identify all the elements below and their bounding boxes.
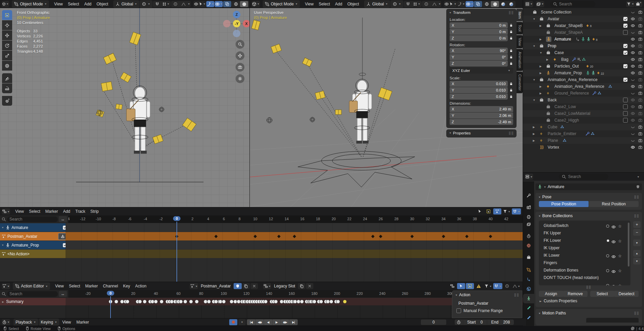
location-z-field[interactable]: Z0 m [450,35,508,41]
keyframe[interactable] [143,300,147,304]
expand-arrow-icon[interactable]: ▶ [2,300,4,303]
eye-open-icon[interactable] [630,57,635,62]
camera-visibility-icon[interactable] [638,37,643,42]
expand-arrow-icon[interactable]: ▶ [540,24,542,27]
action-name-field[interactable]: Postman_Avatar [199,282,233,290]
move-down-button[interactable]: ▼ [633,258,641,264]
chevron-down-icon[interactable]: ▼ [538,196,541,198]
dope-cursor-tool-icon[interactable] [457,283,465,289]
properties-breadcrumb[interactable]: ▼ Armature [535,183,642,190]
viewport-front-xray-toggle[interactable] [223,1,231,7]
lock-icon[interactable] [509,30,513,34]
nla-channel[interactable]: <No Action> [0,250,68,258]
sidebar-tab-view[interactable]: View [517,35,523,49]
unlink-action-button[interactable] [251,283,258,289]
properties-tab-bone[interactable] [523,303,534,313]
outliner-row[interactable]: Case2_Low [523,103,644,110]
expand-channels-icon[interactable]: ↔ [59,291,67,297]
expand-arrow-icon[interactable]: ▶ [540,38,542,41]
proportional-falloff-icon[interactable] [430,1,438,7]
dimensions-x-field[interactable]: X2.49 m [450,106,513,112]
eye-closed-icon[interactable] [630,125,635,129]
drag-handle-icon[interactable]: ⣿⣿ [634,195,639,199]
viewport-front-snap-target-dropdown[interactable]: ▼ [161,1,170,7]
eye-open-icon[interactable] [630,37,635,42]
action-playhead[interactable] [110,296,111,318]
gizmo-negx-axis[interactable] [223,20,231,27]
eye-open-icon[interactable] [630,64,635,69]
keyframe[interactable] [264,300,268,304]
add-collection-button[interactable]: + [633,221,641,228]
camera-excluded-icon[interactable] [638,138,643,143]
outliner-row[interactable]: ▼Avatar [523,16,644,22]
dimensions-z-field[interactable]: Z-2.49 m [450,119,513,125]
collapse-arrow-icon[interactable]: ▼ [540,51,542,54]
select-button[interactable]: Select [590,291,615,297]
nla-channel[interactable]: ▼Armature_Prop [0,241,68,249]
end-frame-field[interactable]: End208 [487,320,514,325]
nla-menu-add[interactable]: Add [61,208,72,215]
keyframe[interactable] [300,300,304,304]
collection-checkbox-checked[interactable] [623,17,627,21]
snap-magnet-icon[interactable] [153,1,161,7]
outliner-row[interactable]: ▶Particles_Out20 [523,63,644,70]
nla-playhead[interactable] [176,222,177,282]
dopesheet-menu-select[interactable]: Select [67,283,82,289]
viewport-front-visibility-dropdown[interactable]: ▼ [193,1,206,7]
dope-proportional-icon[interactable] [503,283,511,289]
dopesheet-menu-key[interactable]: Key [121,283,133,289]
nla-menu-marker[interactable]: Marker [43,208,60,215]
nla-cursor-tool-icon[interactable] [476,208,484,214]
bone-collection-row[interactable]: DON'T TOUCH (head rotation)☆ [539,274,630,281]
timeline-menu-marker[interactable]: Marker [74,319,91,326]
transform-tool[interactable] [2,61,12,71]
camera-visibility-icon[interactable] [638,23,643,28]
camera-visibility-icon[interactable] [638,84,643,89]
viewport-perspective-snap-target-dropdown[interactable]: ▼ [412,1,421,7]
dope-warning-icon[interactable] [475,283,483,289]
chevron-down-icon[interactable]: ▼ [455,294,458,296]
auto-keying-dropdown[interactable]: ▼ [238,319,246,325]
lock-icon[interactable] [509,95,513,99]
viewport-front-editor-type-button[interactable]: ▼ [2,1,9,7]
collapse-arrow-icon[interactable]: ▼ [533,99,535,102]
drag-handle-icon[interactable]: ⣿⣿ [634,311,639,315]
viewport-front-menu-object[interactable]: Object [94,1,111,7]
summary-channel-header[interactable]: ▶Summary [0,298,70,305]
bone-collection-row[interactable]: FK Upper☆ [539,229,630,237]
new-collection-button[interactable]: + [635,1,642,7]
sidebar-tab-converter[interactable]: Converter [517,72,523,93]
gizmo-negz-axis[interactable] [233,30,240,37]
eye-closed-icon[interactable] [630,138,635,143]
drag-handle-icon[interactable]: ⣿⣿ [509,131,514,135]
gizmo-y-axis[interactable]: -Y [233,20,240,27]
keyframe[interactable] [138,300,142,304]
lock-icon[interactable] [509,88,513,92]
drag-handle-icon[interactable]: ⣿⣿ [514,293,519,297]
bone-collection-row[interactable]: Deformation Bones☆ [539,266,630,274]
bone-collection-row[interactable]: Global/Switch☆ [539,222,630,229]
jump-to-end-button[interactable]: ▶| [289,320,297,325]
cursor-tool[interactable] [2,20,12,30]
keyframe[interactable] [179,300,183,304]
keyframe[interactable] [329,300,333,304]
properties-editor-type-button[interactable]: ▼ [525,174,533,180]
collection-checkbox-unchecked[interactable] [623,98,628,102]
keyframe[interactable] [154,300,158,304]
solid-shading-icon[interactable] [240,1,248,7]
nla-menu-track[interactable]: Track [73,208,88,215]
eye-open-icon[interactable] [630,44,635,48]
properties-tab-collection[interactable] [523,253,534,262]
outliner-search-input[interactable]: Search [550,1,595,7]
gizmo-z-axis[interactable]: Z [233,11,240,18]
sidebar-tab-animation[interactable]: Animation [517,49,523,71]
expand-arrow-icon[interactable]: ▶ [540,72,542,75]
prev-frame-button[interactable]: ◀ [264,320,272,325]
drag-handle-icon[interactable]: ⣿⣿ [634,214,639,218]
outliner-row[interactable]: ▼Animation_Area_Reference [523,76,644,83]
outliner-row[interactable]: ▼Case [523,49,644,56]
playback-dropdown[interactable]: Playback▼ [14,319,38,326]
nla-box-select-icon[interactable] [484,208,493,214]
camera-excluded-icon[interactable] [638,10,643,15]
nla-menu-view[interactable]: View [13,208,26,215]
